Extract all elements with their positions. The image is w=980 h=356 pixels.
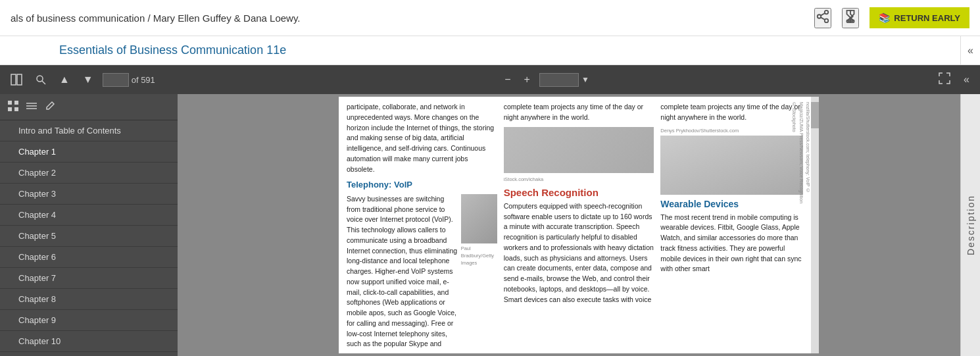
prev-page-button[interactable]: ▲	[55, 71, 74, 88]
svg-rect-12	[8, 107, 12, 111]
content-col3: nozilla/Shutterstock.com; telephony: VoI…	[660, 102, 811, 348]
sidebar-item-chapter7[interactable]: Chapter 7	[0, 268, 178, 289]
col2-top-image	[504, 127, 654, 173]
collapse-right-button[interactable]: «	[960, 36, 980, 65]
col3-intro-text: complete team projects any time of the d…	[660, 102, 803, 123]
description-label: Description	[966, 195, 976, 255]
zoom-group: 100% ▼	[539, 73, 589, 87]
sidebar-item-chapter11[interactable]: Chapter 11	[0, 352, 178, 356]
expand-panel-button[interactable]: «	[960, 71, 973, 88]
col2-body1: Computers equipped with speech-recogniti…	[504, 201, 654, 305]
svg-line-4	[821, 13, 825, 15]
col3-body1: The most recent trend in mobile computin…	[660, 213, 803, 275]
col1-heading1: Telephony: VoIP	[347, 178, 497, 191]
scrollbar-thumb[interactable]	[811, 102, 819, 128]
next-page-button[interactable]: ▼	[79, 71, 97, 88]
svg-rect-7	[17, 74, 22, 85]
zoom-in-button[interactable]: +	[520, 71, 534, 88]
sidebar-nav: Intro and Table of Contents Chapter 1 Ch…	[0, 120, 178, 356]
search-button[interactable]	[32, 72, 50, 88]
top-bar-actions: 📚 RETURN EARLY	[814, 7, 969, 28]
col2-intro-text: complete team projects any time of the d…	[504, 102, 654, 123]
content-area: participate, collaborate, and network in…	[178, 94, 980, 356]
page-input-group: 28 of 591	[103, 73, 155, 87]
fullscreen-button[interactable]	[935, 70, 954, 89]
col2-heading1: Speech Recognition	[504, 187, 654, 199]
svg-point-1	[818, 14, 821, 18]
col1-body1: Savvy businesses are switching from trad…	[347, 194, 458, 348]
svg-point-8	[37, 76, 43, 82]
svg-point-0	[825, 10, 829, 14]
return-early-icon: 📚	[879, 13, 890, 23]
svg-rect-6	[11, 74, 16, 85]
sidebar-toolbar	[0, 94, 178, 120]
zoom-input[interactable]: 100%	[539, 73, 579, 87]
page-total: of 591	[132, 75, 155, 85]
page-number-input[interactable]: 28	[103, 73, 129, 87]
wearable-image	[660, 136, 803, 195]
sidebar-item-chapter10[interactable]: Chapter 10	[0, 331, 178, 352]
col3-heading1: Wearable Devices	[660, 199, 803, 210]
svg-line-3	[821, 17, 825, 20]
sidebar-item-chapter1[interactable]: Chapter 1	[0, 141, 178, 163]
col3-caption1: nozilla/Shutterstock.com; telephony: VoI…	[791, 102, 812, 207]
svg-line-9	[42, 81, 45, 84]
sidebar-item-chapter4[interactable]: Chapter 4	[0, 205, 178, 226]
sidebar-item-chapter6[interactable]: Chapter 6	[0, 247, 178, 268]
col1-caption1: Paul Bradbury/Getty Images	[461, 245, 497, 267]
subtitle-title: Essentials of Business Communication 11e	[59, 43, 286, 57]
sidebar-item-chapter2[interactable]: Chapter 2	[0, 163, 178, 184]
content-col1: participate, collaborate, and network in…	[347, 102, 497, 348]
vertical-scrollbar[interactable]	[811, 97, 819, 353]
main-layout: Intro and Table of Contents Chapter 1 Ch…	[0, 94, 980, 356]
col1-intro-text: participate, collaborate, and network in…	[347, 102, 497, 174]
timer-button[interactable]	[842, 8, 859, 28]
sidebar-item-chapter5[interactable]: Chapter 5	[0, 226, 178, 247]
svg-rect-11	[14, 101, 18, 105]
svg-rect-13	[14, 107, 18, 111]
sidebar-list-view-button[interactable]	[26, 101, 37, 114]
col2-caption1: iStock.com/ichaka	[504, 176, 654, 183]
share-button[interactable]	[814, 8, 831, 28]
top-bar: als of business communication / Mary Ell…	[0, 0, 980, 36]
zoom-out-button[interactable]: −	[501, 71, 514, 88]
return-early-button[interactable]: 📚 RETURN EARLY	[870, 7, 969, 28]
sidebar-item-intro[interactable]: Intro and Table of Contents	[0, 120, 178, 141]
top-bar-title: als of business communication / Mary Ell…	[11, 13, 301, 24]
subtitle-row: Essentials of Business Communication 11e…	[0, 36, 980, 65]
sidebar-edit-button[interactable]	[45, 101, 55, 114]
svg-point-2	[825, 18, 829, 22]
sidebar: Intro and Table of Contents Chapter 1 Ch…	[0, 94, 178, 356]
svg-rect-10	[8, 101, 12, 105]
telephony-image	[461, 194, 497, 243]
panels-button[interactable]	[7, 71, 26, 88]
sidebar-item-chapter8[interactable]: Chapter 8	[0, 289, 178, 310]
viewer-toolbar: ▲ ▼ 28 of 591 − + 100% ▼ «	[0, 65, 980, 94]
sidebar-item-chapter9[interactable]: Chapter 9	[0, 310, 178, 331]
zoom-dropdown-arrow[interactable]: ▼	[581, 75, 589, 84]
sidebar-item-chapter3[interactable]: Chapter 3	[0, 184, 178, 205]
col3-caption2: Denys Prykhodov/Shutterstock.com	[660, 127, 803, 134]
description-tab[interactable]: Description	[960, 94, 980, 356]
sidebar-grid-view-button[interactable]	[8, 101, 18, 114]
content-col2: complete team projects any time of the d…	[504, 102, 654, 348]
